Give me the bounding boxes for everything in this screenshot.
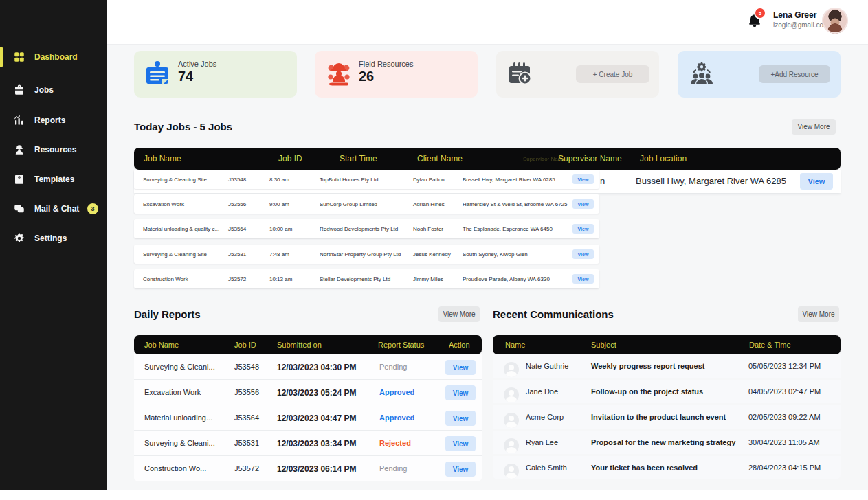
today-jobs-row: Excavation Work J53556 9:00 am SunCorp G… <box>134 194 599 214</box>
sender-avatar <box>504 464 519 479</box>
view-job-button[interactable]: View <box>572 224 594 234</box>
job-name: Material unloading... <box>144 413 212 422</box>
sidebar-item-jobs[interactable]: Jobs <box>0 80 107 100</box>
column-job-id: Job ID <box>234 341 256 349</box>
sidebar-item-settings[interactable]: Settings <box>0 229 107 248</box>
column-submitted-on: Submitted on <box>277 341 322 349</box>
column-action: Action <box>449 341 470 349</box>
message-datetime: 04/05/2023 02:47 PM <box>748 387 821 396</box>
submitted-on: 12/03/2023 05:24 PM <box>277 388 356 398</box>
communication-row: Acme Corp Invitation to the product laun… <box>493 405 841 429</box>
today-jobs-title: Today Jobs - 5 Jobs <box>134 121 232 133</box>
view-report-button[interactable]: View <box>445 411 476 426</box>
message-subject: Follow-up on the project status <box>591 387 703 396</box>
worker-icon <box>12 144 25 157</box>
submitted-on: 12/03/2023 06:14 PM <box>277 464 356 474</box>
add-resource-button[interactable]: +Add Resource <box>759 65 830 83</box>
view-job-button[interactable]: View <box>572 249 594 259</box>
today-jobs-table-header: Job Name Job ID Start Time Client Name S… <box>134 148 841 170</box>
today-jobs-view-more-button[interactable]: View More <box>792 119 836 135</box>
start-time: 10:13 am <box>269 276 292 282</box>
topbar: 5 Lena Greer izogic@gmail.com <box>107 0 868 45</box>
user-avatar[interactable] <box>822 8 848 34</box>
sender-name: Nate Guthrie <box>526 362 568 370</box>
job-id: J53564 <box>234 413 259 422</box>
view-job-button[interactable]: View <box>572 274 594 284</box>
message-datetime: 05/05/2023 12:34 PM <box>748 362 821 370</box>
sender-name: Ryan Lee <box>526 438 558 446</box>
sender-avatar <box>504 438 519 453</box>
notification-count-badge: 5 <box>754 7 766 19</box>
job-id: J53572 <box>234 464 259 473</box>
supervisor-name: Jesus Kennedy <box>413 251 451 258</box>
sidebar: Dashboard Jobs Reports Resources Templat <box>0 0 107 490</box>
job-id: J53556 <box>234 388 259 396</box>
sidebar-item-templates[interactable]: Templates <box>0 170 107 189</box>
sidebar-item-reports[interactable]: Reports <box>0 111 107 130</box>
supervisor-name: Jimmy Miles <box>413 276 443 282</box>
view-report-button[interactable]: View <box>445 385 476 400</box>
supervisor-name: Dylan Patton <box>413 177 445 183</box>
user-name: Lena Greer <box>773 10 816 20</box>
job-id: J53564 <box>228 226 246 232</box>
view-report-button[interactable]: View <box>445 360 476 375</box>
start-time: 9:00 am <box>269 201 289 207</box>
calendar-plus-icon <box>505 59 535 89</box>
view-job-button[interactable]: View <box>572 199 594 209</box>
column-job-name: Job Name <box>144 341 179 349</box>
create-job-button[interactable]: + Create Job <box>576 65 649 83</box>
job-id: J53531 <box>234 439 259 447</box>
sender-avatar <box>504 387 519 402</box>
view-report-button[interactable]: View <box>445 436 476 451</box>
job-id: J53548 <box>234 363 259 371</box>
template-board-icon <box>12 173 25 186</box>
daily-reports-view-more-button[interactable]: View More <box>438 306 480 322</box>
communications-table-header: Name Subject Date & Time <box>493 335 841 354</box>
client-name: NorthStar Property Group Pty Ltd <box>320 251 401 258</box>
daily-report-row: Surveying & Cleani... J53531 12/03/2023 … <box>134 431 482 456</box>
dashboard-app: Dashboard Jobs Reports Resources Templat <box>0 0 868 500</box>
job-location: Bussell Hwy, Margaret River WA 6285 <box>463 177 555 183</box>
field-resources-card: Field Resources 26 <box>315 51 478 98</box>
column-job-name: Job Name <box>144 154 181 163</box>
sidebar-item-resources[interactable]: Resources <box>0 140 107 159</box>
today-jobs-row: Surveying & Cleaning Site J53531 7:48 am… <box>134 245 599 264</box>
team-icon <box>687 59 717 89</box>
job-name: Material unloading & quality c... <box>143 226 219 232</box>
start-time: 7:48 am <box>269 251 289 258</box>
communications-view-more-button[interactable]: View More <box>798 306 839 322</box>
view-job-button[interactable]: View <box>572 174 594 184</box>
sender-avatar <box>504 413 519 428</box>
sidebar-item-label: Mail & Chat <box>34 204 79 214</box>
message-datetime: 28/04/2023 04:15 PM <box>748 464 821 472</box>
briefcase-icon <box>12 84 25 97</box>
job-name: Excavation Work <box>144 388 201 396</box>
message-subject: Invitation to the product launch event <box>591 413 726 421</box>
submitted-on: 12/03/2023 04:47 PM <box>277 413 356 423</box>
job-location: The Esplanade, Esperance WA 6450 <box>463 226 553 232</box>
dashboard-grid-icon <box>12 51 25 64</box>
today-jobs-row: Surveying & Cleaning Site J53548 8:30 am… <box>134 170 599 189</box>
supervisor-name: Noah Foster <box>413 226 443 232</box>
job-location-value: Bussell Hwy, Margaret River WA 6285 <box>636 176 786 186</box>
active-jobs-card: Active Jobs 74 <box>134 51 297 98</box>
job-name: Surveying & Cleani... <box>144 439 215 447</box>
today-jobs-row: Construction Work J53572 10:13 am Stella… <box>134 269 599 288</box>
status-badge: Pending <box>379 464 407 473</box>
job-location: Proudlove Parade, Albany WA 6330 <box>463 276 550 282</box>
column-job-id: Job ID <box>278 154 302 163</box>
communication-row: Jane Doe Follow-up on the project status… <box>493 380 841 403</box>
start-time: 10:00 am <box>269 226 292 232</box>
view-report-button[interactable]: View <box>445 462 476 477</box>
submitted-on: 12/03/2023 04:30 PM <box>277 363 356 372</box>
message-subject: Your ticket has been resolved <box>591 464 698 472</box>
daily-report-row: Material unloading... J53564 12/03/2023 … <box>134 405 482 431</box>
client-name: TopBuild Homes Pty Ltd <box>320 177 378 183</box>
card-label: Field Resources <box>359 60 413 68</box>
daily-reports-table-header: Job Name Job ID Submitted on Report Stat… <box>134 335 482 354</box>
view-job-button[interactable]: View <box>800 173 833 190</box>
column-subject: Subject <box>591 341 616 349</box>
sender-avatar <box>504 362 519 377</box>
sidebar-item-dashboard[interactable]: Dashboard <box>0 47 107 67</box>
bar-chart-icon <box>12 114 25 127</box>
